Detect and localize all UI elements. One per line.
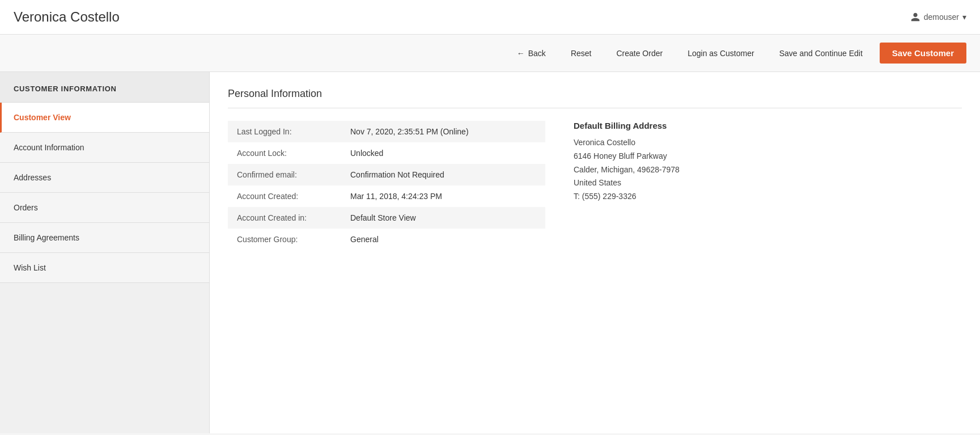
row-value: Nov 7, 2020, 2:35:51 PM (Online) <box>341 121 545 142</box>
section-divider <box>228 108 962 108</box>
table-row: Account Lock: Unlocked <box>228 142 545 164</box>
sidebar-item-orders[interactable]: Orders <box>0 193 209 223</box>
billing-name: Veronica Costello <box>574 136 962 150</box>
sidebar-header: CUSTOMER INFORMATION <box>0 72 209 103</box>
top-header: Veronica Costello demouser ▾ <box>0 0 980 35</box>
login-as-customer-button[interactable]: Login as Customer <box>680 44 762 62</box>
sidebar-item-addresses[interactable]: Addresses <box>0 163 209 193</box>
billing-street: 6146 Honey Bluff Parkway <box>574 150 962 163</box>
billing-city-state-zip: Calder, Michigan, 49628-7978 <box>574 163 962 177</box>
table-row: Confirmed email: Confirmation Not Requir… <box>228 164 545 185</box>
row-value: Mar 11, 2018, 4:24:23 PM <box>341 185 545 207</box>
billing-address-panel: Default Billing Address Veronica Costell… <box>568 121 962 250</box>
row-value: Confirmation Not Required <box>341 164 545 185</box>
sidebar-item-account-information[interactable]: Account Information <box>0 133 209 163</box>
row-label: Account Created in: <box>228 207 341 229</box>
save-customer-button[interactable]: Save Customer <box>880 43 966 64</box>
sidebar-item-wish-list[interactable]: Wish List <box>0 253 209 283</box>
personal-info-grid: Last Logged In: Nov 7, 2020, 2:35:51 PM … <box>228 121 962 250</box>
row-value: Default Store View <box>341 207 545 229</box>
info-table: Last Logged In: Nov 7, 2020, 2:35:51 PM … <box>228 121 545 250</box>
billing-address-title: Default Billing Address <box>574 121 962 130</box>
back-button[interactable]: ← Back <box>509 44 554 62</box>
billing-phone: T: (555) 229-3326 <box>574 190 962 204</box>
user-icon <box>910 12 920 22</box>
row-value: Unlocked <box>341 142 545 164</box>
table-row: Account Created in: Default Store View <box>228 207 545 229</box>
reset-button[interactable]: Reset <box>563 44 600 62</box>
row-label: Account Created: <box>228 185 341 207</box>
personal-info-title: Personal Information <box>228 88 962 100</box>
action-bar: ← Back Reset Create Order Login as Custo… <box>0 35 980 72</box>
sidebar: CUSTOMER INFORMATION Customer View Accou… <box>0 72 210 433</box>
row-label: Customer Group: <box>228 229 341 250</box>
save-and-continue-button[interactable]: Save and Continue Edit <box>771 44 871 62</box>
sidebar-item-customer-view[interactable]: Customer View <box>0 103 209 133</box>
page-title: Veronica Costello <box>14 9 120 25</box>
sidebar-item-billing-agreements[interactable]: Billing Agreements <box>0 223 209 253</box>
user-label: demouser <box>924 12 959 22</box>
row-label: Confirmed email: <box>228 164 341 185</box>
row-label: Last Logged In: <box>228 121 341 142</box>
billing-country: United States <box>574 176 962 190</box>
user-dropdown-arrow: ▾ <box>962 12 966 22</box>
table-row: Customer Group: General <box>228 229 545 250</box>
table-row: Account Created: Mar 11, 2018, 4:24:23 P… <box>228 185 545 207</box>
user-menu[interactable]: demouser ▾ <box>910 12 966 22</box>
row-label: Account Lock: <box>228 142 341 164</box>
content-area: Personal Information Last Logged In: Nov… <box>210 72 980 433</box>
back-arrow-icon: ← <box>517 49 525 58</box>
row-value: General <box>341 229 545 250</box>
table-row: Last Logged In: Nov 7, 2020, 2:35:51 PM … <box>228 121 545 142</box>
main-layout: CUSTOMER INFORMATION Customer View Accou… <box>0 72 980 433</box>
create-order-button[interactable]: Create Order <box>608 44 671 62</box>
